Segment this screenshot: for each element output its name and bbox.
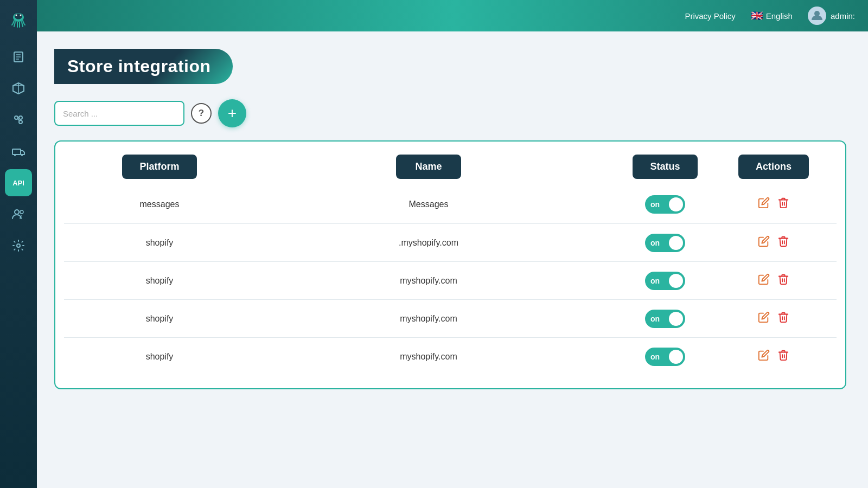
privacy-policy-link[interactable]: Privacy Policy: [685, 11, 735, 21]
table-row: shopify .myshopify.com on: [64, 223, 837, 261]
svg-point-1: [15, 14, 22, 20]
cell-name: .myshopify.com: [246, 238, 611, 248]
svg-point-17: [21, 155, 23, 156]
svg-point-18: [15, 210, 19, 214]
table-row: shopify myshopify.com on: [64, 299, 837, 337]
delete-button[interactable]: [777, 235, 789, 251]
status-toggle[interactable]: on: [645, 195, 685, 214]
col-header-name: Name: [246, 155, 611, 179]
avatar: [808, 7, 826, 25]
toggle-label: on: [650, 277, 660, 285]
page-title: Store integration: [67, 56, 211, 76]
search-input[interactable]: [54, 101, 184, 126]
cell-name: myshopify.com: [246, 314, 611, 324]
cell-actions: [719, 235, 828, 251]
cell-platform: messages: [73, 200, 246, 209]
cell-status: on: [611, 195, 719, 214]
status-toggle[interactable]: on: [645, 310, 685, 328]
svg-point-19: [20, 210, 23, 214]
flag-icon: 🇬🇧: [751, 10, 763, 22]
platform-header-button[interactable]: Platform: [122, 155, 196, 179]
table-body: messages Messages on: [64, 185, 837, 375]
cell-actions: [719, 273, 828, 288]
toggle-circle: [669, 312, 683, 326]
edit-button[interactable]: [758, 235, 770, 251]
cell-name: Messages: [246, 200, 611, 209]
sidebar-item-products[interactable]: [5, 75, 32, 102]
cell-name: myshopify.com: [246, 276, 611, 286]
sidebar-logo: [7, 7, 30, 30]
sidebar-item-shipping[interactable]: [5, 138, 32, 165]
svg-point-3: [20, 15, 22, 16]
cell-actions: [719, 349, 828, 364]
sidebar-item-api[interactable]: API: [5, 169, 32, 196]
toggle-circle: [669, 274, 683, 288]
svg-point-10: [15, 116, 18, 119]
add-button[interactable]: +: [218, 99, 246, 127]
col-header-platform: Platform: [73, 155, 246, 179]
toggle-circle: [669, 197, 683, 211]
toggle-label: on: [650, 352, 660, 361]
col-header-actions: Actions: [719, 155, 828, 179]
col-header-status: Status: [611, 155, 719, 179]
sidebar-item-users[interactable]: [5, 201, 32, 228]
language-label: English: [766, 11, 793, 21]
svg-point-20: [17, 244, 20, 247]
delete-button[interactable]: [777, 273, 789, 288]
cell-status: on: [611, 272, 719, 290]
api-label: API: [12, 179, 24, 187]
svg-point-16: [14, 155, 16, 156]
table-row: shopify myshopify.com on: [64, 337, 837, 375]
status-toggle[interactable]: on: [645, 234, 685, 252]
svg-rect-15: [12, 149, 21, 155]
toggle-label: on: [650, 314, 660, 323]
table-header-row: Platform Name Status Actions: [64, 155, 837, 179]
actions-header-button[interactable]: Actions: [738, 155, 809, 179]
cell-status: on: [611, 234, 719, 252]
table-row: messages Messages on: [64, 185, 837, 223]
table-row: shopify myshopify.com on: [64, 261, 837, 299]
cell-platform: shopify: [73, 238, 246, 248]
topbar: Privacy Policy 🇬🇧 English admin:: [37, 0, 868, 31]
username: admin:: [831, 11, 855, 21]
sidebar-item-orders[interactable]: [5, 43, 32, 70]
search-area: ? +: [54, 99, 846, 127]
edit-button[interactable]: [758, 197, 770, 212]
cell-actions: [719, 311, 828, 326]
page-title-wrap: Store integration: [54, 49, 233, 84]
svg-point-2: [16, 15, 17, 16]
edit-button[interactable]: [758, 273, 770, 288]
cell-name: myshopify.com: [246, 352, 611, 362]
toggle-circle: [669, 350, 683, 364]
sidebar-item-integrations[interactable]: [5, 106, 32, 133]
edit-button[interactable]: [758, 311, 770, 326]
content-area: Store integration ? + Platform Name Stat…: [37, 31, 868, 488]
name-header-button[interactable]: Name: [396, 155, 461, 179]
svg-point-11: [19, 120, 22, 124]
toggle-label: on: [650, 239, 660, 247]
toggle-circle: [669, 236, 683, 250]
cell-platform: shopify: [73, 314, 246, 324]
delete-button[interactable]: [777, 349, 789, 364]
language-selector[interactable]: 🇬🇧 English: [751, 10, 793, 22]
svg-point-13: [19, 116, 22, 119]
cell-status: on: [611, 348, 719, 366]
cell-platform: shopify: [73, 352, 246, 362]
cell-status: on: [611, 310, 719, 328]
sidebar: API: [0, 0, 37, 488]
edit-button[interactable]: [758, 349, 770, 364]
help-button[interactable]: ?: [191, 103, 212, 124]
user-menu[interactable]: admin:: [808, 7, 855, 25]
sidebar-item-settings[interactable]: [5, 232, 32, 259]
main-area: Privacy Policy 🇬🇧 English admin: Store i…: [37, 0, 868, 488]
delete-button[interactable]: [777, 197, 789, 212]
cell-actions: [719, 197, 828, 212]
status-header-button[interactable]: Status: [633, 155, 698, 179]
table-card: Platform Name Status Actions messages Me…: [54, 140, 846, 389]
svg-line-12: [18, 119, 19, 120]
delete-button[interactable]: [777, 311, 789, 326]
status-toggle[interactable]: on: [645, 348, 685, 366]
status-toggle[interactable]: on: [645, 272, 685, 290]
cell-platform: shopify: [73, 276, 246, 286]
toggle-label: on: [650, 200, 660, 209]
